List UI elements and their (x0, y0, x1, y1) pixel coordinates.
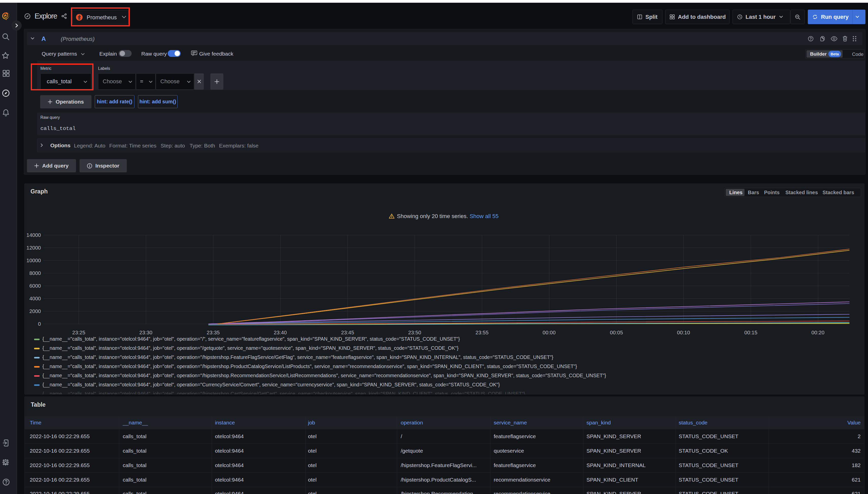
svg-text:23:30: 23:30 (139, 329, 152, 335)
svg-text:14000: 14000 (26, 232, 41, 238)
svg-text:10000: 10000 (26, 258, 41, 263)
svg-text:4000: 4000 (29, 296, 41, 301)
svg-text:23:50: 23:50 (408, 329, 421, 335)
svg-text:23:25: 23:25 (72, 329, 85, 335)
svg-text:00:05: 00:05 (610, 329, 623, 335)
svg-text:12000: 12000 (26, 245, 41, 250)
svg-text:00:15: 00:15 (744, 329, 757, 335)
svg-text:00:10: 00:10 (677, 329, 690, 335)
svg-text:23:45: 23:45 (341, 329, 354, 335)
svg-text:6000: 6000 (29, 283, 41, 289)
svg-text:2000: 2000 (29, 308, 41, 314)
svg-text:0: 0 (38, 321, 41, 327)
svg-text:23:55: 23:55 (475, 329, 488, 335)
svg-text:23:35: 23:35 (206, 329, 219, 335)
svg-text:00:00: 00:00 (543, 329, 556, 335)
svg-text:8000: 8000 (29, 270, 41, 276)
svg-text:23:40: 23:40 (274, 329, 287, 335)
svg-text:00:20: 00:20 (811, 329, 824, 335)
